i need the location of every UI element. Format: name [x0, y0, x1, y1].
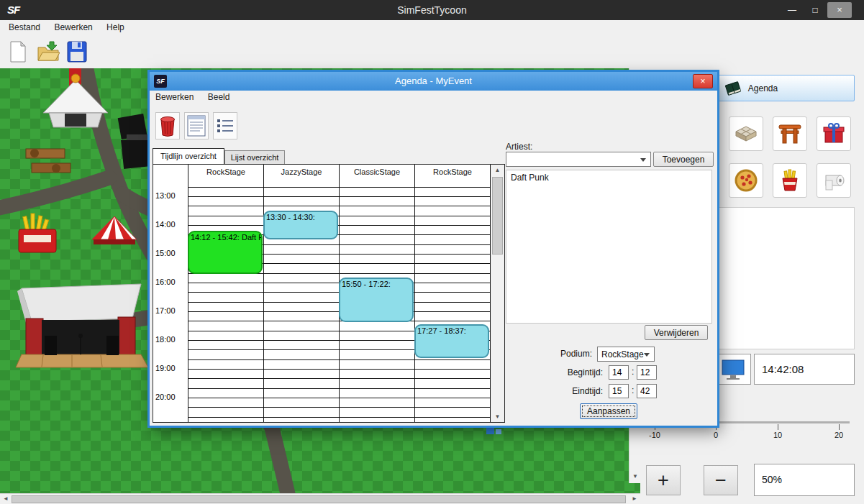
time-label: 20:00 — [155, 393, 187, 401]
app-titlebar[interactable]: SF SimFestTycoon — □ × — [0, 0, 864, 20]
gift-icon — [822, 122, 846, 146]
item-button-toilet-paper[interactable] — [817, 163, 851, 198]
slider-tick — [778, 424, 778, 430]
delete-tool-button[interactable] — [155, 112, 180, 139]
artist-list-item[interactable]: Daft Punk — [506, 170, 711, 185]
new-file-icon — [9, 41, 27, 63]
schedule-header: RockStage JazzyStage ClassicStage RockSt… — [188, 165, 490, 180]
time-label: 19:00 — [155, 364, 187, 372]
item-button-fries[interactable] — [773, 163, 807, 198]
schedule-event[interactable]: 15:50 - 17:22: — [339, 278, 414, 321]
slider-tick — [839, 424, 840, 430]
dialog-menu-item-bewerken[interactable]: Bewerken — [150, 91, 199, 104]
agenda-book-icon — [724, 80, 742, 97]
time-colon: : — [632, 367, 634, 377]
menubar: Bestand Bewerken Help — [0, 20, 864, 36]
time-label: 13:00 — [155, 191, 187, 200]
item-button-gift[interactable] — [817, 116, 851, 151]
end-minute-input[interactable] — [637, 384, 657, 398]
schedule-column-header: RockStage — [188, 165, 263, 180]
monitor-box[interactable] — [715, 354, 751, 385]
item-button-pizza[interactable] — [729, 163, 763, 198]
podium-label: Podium: — [547, 349, 592, 359]
pizza-icon — [734, 168, 758, 193]
item-button-floor[interactable] — [729, 116, 763, 151]
artist-label: Artiest: — [506, 142, 532, 152]
podium-combobox[interactable]: RockStage — [597, 347, 655, 362]
new-file-button[interactable] — [6, 38, 30, 65]
list-view-button[interactable] — [213, 112, 237, 139]
fries-icon — [778, 168, 802, 193]
zoom-level-display: 50% — [754, 464, 855, 496]
schedule-body[interactable]: 14:12 - 15:42: Daft Punk13:30 - 14:30:15… — [188, 180, 490, 422]
scroll-up-icon[interactable]: ▲ — [491, 167, 504, 173]
torii-gate-icon — [778, 122, 802, 146]
item-button-gate[interactable] — [773, 116, 807, 151]
agenda-dialog: SF Agenda - MyEvent × Bewerken Beeld — [150, 72, 717, 426]
slider-tick-label: -10 — [643, 431, 666, 439]
maximize-button[interactable]: □ — [806, 4, 824, 17]
dialog-titlebar[interactable]: SF Agenda - MyEvent × — [150, 72, 717, 91]
add-artist-button[interactable]: Toevoegen — [653, 152, 714, 167]
remove-artist-button[interactable]: Verwijderen — [645, 325, 708, 340]
schedule-column-header: RockStage — [414, 165, 490, 180]
slider-tick-label: 0 — [704, 431, 727, 439]
tab-lijst[interactable]: Lijst overzicht — [224, 150, 285, 164]
begin-minute-input[interactable] — [637, 365, 657, 380]
dialog-close-button[interactable]: × — [693, 74, 713, 88]
dialog-menu-item-beeld[interactable]: Beeld — [202, 91, 236, 104]
scroll-thumb[interactable] — [12, 495, 626, 503]
begin-time-label: Begintijd: — [544, 367, 603, 377]
open-file-button[interactable] — [35, 38, 62, 65]
artist-combobox[interactable] — [506, 152, 651, 167]
scroll-down-icon[interactable]: ▼ — [629, 472, 641, 482]
podium-value: RockStage — [601, 349, 644, 360]
time-label: 18:00 — [155, 335, 187, 344]
scroll-right-icon[interactable]: ► — [630, 494, 639, 504]
monitor-icon — [721, 359, 745, 380]
end-hour-input[interactable] — [609, 384, 629, 398]
main-stage[interactable] — [16, 284, 148, 367]
dialog-menubar: Bewerken Beeld — [150, 91, 717, 105]
slider-tick-label: 20 — [827, 431, 850, 439]
document-lines-icon — [187, 115, 206, 137]
clock-display: 14:42:08 — [754, 354, 855, 385]
chevron-down-icon — [644, 353, 650, 357]
minimize-button[interactable]: — — [783, 4, 801, 17]
app-title: SimFestTycoon — [0, 0, 864, 20]
menu-item-help[interactable]: Help — [101, 20, 130, 35]
chevron-down-icon — [640, 158, 646, 162]
schedule-widget: RockStage JazzyStage ClassicStage RockSt… — [153, 164, 505, 423]
column-divider — [414, 180, 415, 422]
scroll-down-icon[interactable]: ▼ — [491, 413, 504, 420]
map-horizontal-scrollbar[interactable]: ◄ ► — [0, 493, 640, 504]
scroll-left-icon[interactable]: ◄ — [1, 494, 10, 504]
time-label: 16:00 — [155, 278, 187, 286]
app-window: SF SimFestTycoon — □ × Bestand Bewerken … — [0, 0, 864, 504]
schedule-event[interactable]: 13:30 - 14:30: — [263, 211, 338, 239]
dialog-toolbar — [150, 105, 717, 147]
begin-hour-input[interactable] — [609, 365, 629, 380]
scroll-thumb[interactable] — [492, 177, 503, 255]
time-colon: : — [632, 385, 634, 395]
schedule-event[interactable]: 17:27 - 18:37: — [414, 324, 489, 358]
column-divider — [188, 180, 188, 422]
menu-item-bestand[interactable]: Bestand — [3, 20, 46, 35]
save-button[interactable] — [65, 38, 89, 65]
zoom-out-button[interactable]: − — [704, 465, 738, 495]
agenda-label: Agenda — [748, 83, 778, 93]
timeline-view-button[interactable] — [184, 112, 209, 139]
menu-item-bewerken[interactable]: Bewerken — [48, 20, 98, 35]
toilet-paper-icon — [822, 168, 846, 193]
schedule-scrollbar[interactable]: ▲ ▼ — [490, 165, 504, 422]
close-button[interactable]: × — [827, 2, 852, 18]
slider-tick-label: 10 — [766, 431, 789, 439]
save-icon — [67, 41, 87, 63]
tab-tijdlijn[interactable]: Tijdlijn overzicht — [153, 148, 224, 164]
apply-button[interactable]: Aanpassen — [580, 403, 637, 419]
end-time-label: Eindtijd: — [544, 386, 603, 396]
artist-listbox[interactable]: Daft Punk — [506, 170, 712, 324]
schedule-event[interactable]: 14:12 - 15:42: Daft Punk — [188, 231, 263, 274]
zoom-in-button[interactable]: + — [646, 465, 681, 495]
dialog-title: Agenda - MyEvent — [150, 72, 717, 91]
